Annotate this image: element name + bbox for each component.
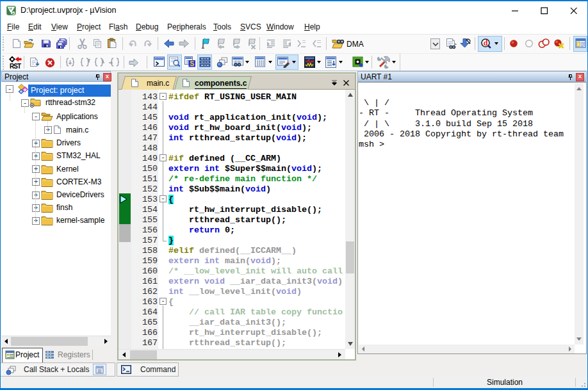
svg-text:d: d	[484, 38, 488, 47]
svg-text:S: S	[190, 60, 194, 67]
svg-text:5: 5	[12, 10, 15, 15]
svg-text:RST: RST	[10, 63, 21, 70]
